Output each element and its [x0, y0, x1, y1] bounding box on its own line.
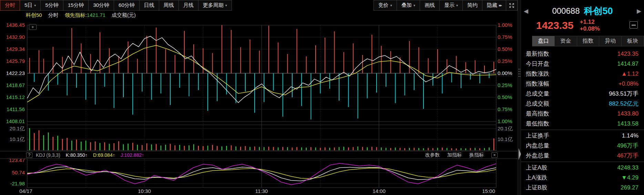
- chevron-down-icon: ▾: [413, 3, 415, 7]
- trading-app: 分时5日▾5分钟15分钟30分钟60分钟日线周线月线更多周期▾ 竞价▾叠加▾画线…: [0, 0, 644, 195]
- btn-change-params[interactable]: 改参数: [425, 152, 440, 158]
- chevron-down-icon: ▾: [34, 3, 36, 7]
- period-week[interactable]: 周线: [159, 0, 179, 11]
- period-5min[interactable]: 5分钟: [40, 0, 63, 11]
- kdj-params-label: KDJ (9,3,3): [36, 152, 60, 158]
- row-open-value: 1414.87: [617, 61, 638, 67]
- period-month[interactable]: 月线: [178, 0, 198, 11]
- period-15min-label: 15分钟: [68, 2, 84, 9]
- row-outer-vol-label: 外盘总量: [526, 152, 549, 160]
- row-index-pct-label: 指数涨幅: [526, 80, 549, 88]
- intraday-chart-canvas[interactable]: [0, 0, 518, 195]
- fullscreen-expand-icon[interactable]: [506, 0, 518, 11]
- price-row: 1423.35 +1.12 +0.08%: [521, 18, 644, 33]
- chart-section: 分时5日▾5分钟15分钟30分钟60分钟日线周线月线更多周期▾ 竞价▾叠加▾画线…: [0, 0, 518, 195]
- row-turnover-label: 上证换手: [526, 132, 549, 140]
- row-sh-b-value: 269.27: [621, 184, 638, 191]
- quote-detail-rows: 最新指数1423.35今日开盘1414.87指数涨跌▲1.12指数涨幅+0.08…: [521, 49, 644, 193]
- row-sh-a-value: 4248.33: [617, 164, 638, 171]
- chevron-down-icon: ▾: [390, 3, 392, 7]
- period-month-label: 月线: [183, 2, 194, 9]
- btn-switch-indicator[interactable]: 换指标: [469, 152, 484, 158]
- row-low: 最低指数1413.58: [521, 119, 644, 129]
- chevron-down-icon: ▾: [456, 3, 458, 7]
- row-high-value: 1433.80: [617, 110, 638, 117]
- row-index-change: 指数涨跌▲1.12: [521, 69, 644, 79]
- period-fenshi[interactable]: 分时: [0, 0, 20, 11]
- amount-unit-label: 成交额(元): [112, 12, 136, 19]
- btn-jingjia-label: 竞价: [378, 2, 389, 9]
- period-5day-label: 5日: [24, 2, 32, 9]
- btn-xianshi-label: 显示: [444, 2, 454, 9]
- row-total-volume-label: 总成交量: [526, 90, 549, 98]
- row-total-volume-value: 963.51万手: [609, 90, 638, 98]
- row-sh-a-label: 上证A股: [526, 164, 547, 172]
- btn-jianyue[interactable]: 简约: [462, 0, 482, 11]
- period-5min-label: 5分钟: [45, 2, 58, 9]
- period-15min[interactable]: 15分钟: [63, 0, 89, 11]
- zoom-in-plus-icon[interactable]: +: [29, 24, 37, 30]
- tab-zhishu[interactable]: 指数: [577, 36, 599, 46]
- stock-header: 000688 科创50: [521, 5, 644, 17]
- kdj-j-value: J:102.882↑: [121, 152, 144, 158]
- tab-bankuai[interactable]: 板块: [621, 36, 644, 46]
- row-low-value: 1413.58: [617, 120, 638, 127]
- tab-zijin[interactable]: 资金: [554, 36, 577, 46]
- tab-pankou[interactable]: 盘口: [532, 36, 554, 46]
- row-sh-a-chg-label: 上A涨跌: [526, 174, 547, 182]
- expand-arrows-icon: [509, 2, 515, 9]
- period-60min[interactable]: 60分钟: [114, 0, 140, 11]
- change-percent: +0.08%: [580, 25, 600, 32]
- btn-yincang-label: 隐藏: [487, 2, 497, 9]
- row-total-amount-label: 总成交额: [526, 100, 549, 108]
- btn-diejia[interactable]: 叠加▾: [397, 0, 420, 11]
- change-value: +1.12: [580, 19, 594, 25]
- row-outer-vol: 外盘总量467万手: [521, 151, 644, 161]
- section-divider: [521, 162, 644, 162]
- row-total-volume: 总成交量963.51万手: [521, 89, 644, 99]
- btn-huaxian-label: 画线: [425, 2, 435, 9]
- btn-huaxian[interactable]: 画线: [420, 0, 440, 11]
- minimize-icon[interactable]: [630, 21, 638, 29]
- btn-jingjia[interactable]: 竞价▾: [374, 0, 397, 11]
- row-index-pct-value: +0.08%: [619, 80, 638, 87]
- drag-grip-icon[interactable]: [519, 69, 520, 78]
- row-index-change-value: ▲1.12: [621, 71, 638, 77]
- kdj-indicator-header: ? KDJ (9,3,3) K:80.350↑ D:69.084↑ J:102.…: [0, 151, 518, 159]
- time-axis-label: 14:00: [372, 188, 386, 194]
- period-5day[interactable]: 5日▾: [20, 0, 41, 11]
- chart-period-label: 分时: [48, 12, 59, 19]
- row-sh-b: 上证B股269.27: [521, 183, 644, 193]
- btn-xianshi[interactable]: 显示▾: [439, 0, 463, 11]
- close-indicator-icon[interactable]: ×: [491, 152, 498, 158]
- stock-name: 科创50: [584, 5, 613, 17]
- row-turnover: 上证换手1.14%: [521, 131, 644, 141]
- row-low-label: 最低指数: [526, 120, 549, 128]
- period-30min-label: 30分钟: [93, 2, 109, 9]
- row-turnover-value: 1.14%: [622, 132, 638, 139]
- row-latest-index-label: 最新指数: [526, 50, 549, 58]
- row-total-amount: 总成交额882.52亿元: [521, 99, 644, 109]
- row-index-pct: 指数涨幅+0.08%: [521, 79, 644, 89]
- tab-yidong[interactable]: 异动: [599, 36, 621, 46]
- toolbar-spacer: [232, 0, 374, 11]
- row-inner-vol-value: 496万手: [617, 142, 638, 150]
- period-day[interactable]: 日线: [139, 0, 159, 11]
- double-arrow-right-icon: ▸▸: [499, 3, 501, 8]
- period-day-label: 日线: [144, 2, 154, 9]
- period-fenshi-label: 分时: [5, 2, 15, 9]
- btn-add-indicator[interactable]: 加指标: [447, 152, 462, 158]
- row-sh-b-label: 上证B股: [526, 184, 547, 192]
- period-30min[interactable]: 30分钟: [88, 0, 114, 11]
- row-outer-vol-value: 467万手: [617, 152, 638, 160]
- help-icon[interactable]: ?: [26, 152, 32, 158]
- row-sh-a-chg-value: ▼4.29: [621, 174, 638, 181]
- row-open-label: 今日开盘: [526, 60, 549, 68]
- row-inner-vol: 内盘总量496万手: [521, 141, 644, 151]
- time-axis-label: 10:30: [138, 188, 151, 194]
- panel-resize-divider[interactable]: [518, 0, 521, 195]
- btn-diejia-label: 叠加: [401, 2, 412, 9]
- btn-yincang[interactable]: 隐藏▸▸: [482, 0, 506, 11]
- period-more[interactable]: 更多周期▾: [198, 0, 232, 11]
- row-sh-a: 上证A股4248.33: [521, 163, 644, 173]
